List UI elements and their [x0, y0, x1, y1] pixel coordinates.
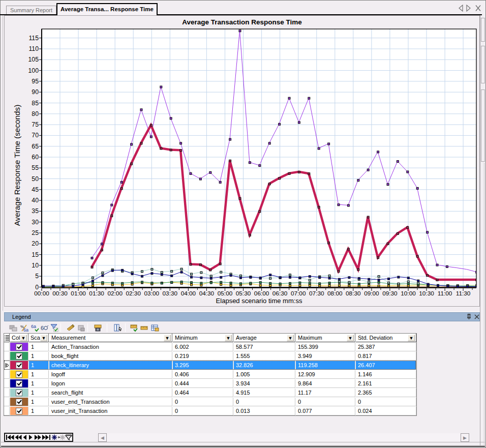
svg-text:07:00: 07:00	[291, 290, 306, 297]
svg-text:25: 25	[32, 229, 39, 236]
svg-text:6: 6	[41, 325, 44, 331]
svg-text:100: 100	[28, 67, 39, 74]
svg-text:6a: 6a	[23, 327, 28, 332]
svg-text:50: 50	[32, 175, 39, 183]
svg-text:45: 45	[32, 186, 39, 193]
svg-text:05:00: 05:00	[218, 290, 233, 297]
svg-text:80: 80	[32, 110, 39, 117]
svg-text:01:00: 01:00	[71, 290, 86, 297]
svg-text:08:30: 08:30	[346, 290, 361, 297]
svg-text:09:30: 09:30	[382, 290, 398, 297]
svg-text:30: 30	[32, 219, 39, 226]
svg-text:105: 105	[28, 56, 39, 63]
svg-text:11:00: 11:00	[438, 290, 452, 297]
svg-text:Average Response Time (seconds: Average Response Time (seconds)	[13, 105, 21, 226]
svg-text:05:30: 05:30	[236, 290, 251, 297]
svg-text:110: 110	[28, 45, 39, 52]
svg-text:15: 15	[32, 251, 39, 258]
svg-text:55: 55	[32, 164, 39, 171]
svg-text:35: 35	[32, 207, 39, 215]
svg-text:06:30: 06:30	[272, 290, 288, 297]
svg-text:04:30: 04:30	[199, 290, 215, 297]
svg-text:60: 60	[32, 154, 39, 161]
svg-text:03:00: 03:00	[144, 290, 160, 297]
svg-text:65: 65	[32, 143, 39, 150]
svg-text:03:30: 03:30	[163, 290, 178, 297]
svg-text:11:30: 11:30	[456, 290, 471, 297]
svg-text:10:00: 10:00	[401, 290, 416, 297]
svg-text:40: 40	[32, 197, 39, 204]
svg-text:90: 90	[32, 88, 39, 96]
svg-text:85: 85	[32, 100, 39, 107]
svg-text:20: 20	[32, 240, 39, 247]
svg-text:08:00: 08:00	[327, 290, 343, 297]
svg-text:10: 10	[32, 262, 39, 269]
svg-text:06:00: 06:00	[254, 290, 269, 297]
svg-text:5: 5	[35, 273, 39, 280]
svg-text:02:00: 02:00	[107, 290, 123, 297]
svg-text:01:30: 01:30	[89, 290, 104, 297]
svg-text:00:30: 00:30	[52, 290, 68, 297]
svg-text:115: 115	[28, 35, 39, 42]
svg-text:00:00: 00:00	[34, 290, 49, 297]
svg-text:07:30: 07:30	[309, 290, 324, 297]
svg-text:6a: 6a	[31, 324, 36, 329]
svg-text:04:00: 04:00	[181, 290, 196, 297]
svg-text:09:00: 09:00	[364, 290, 379, 297]
svg-text:95: 95	[32, 78, 39, 85]
svg-text:75: 75	[32, 121, 39, 128]
svg-text:02:30: 02:30	[126, 290, 141, 297]
svg-text:10:30: 10:30	[419, 290, 434, 297]
svg-text:70: 70	[32, 132, 39, 139]
